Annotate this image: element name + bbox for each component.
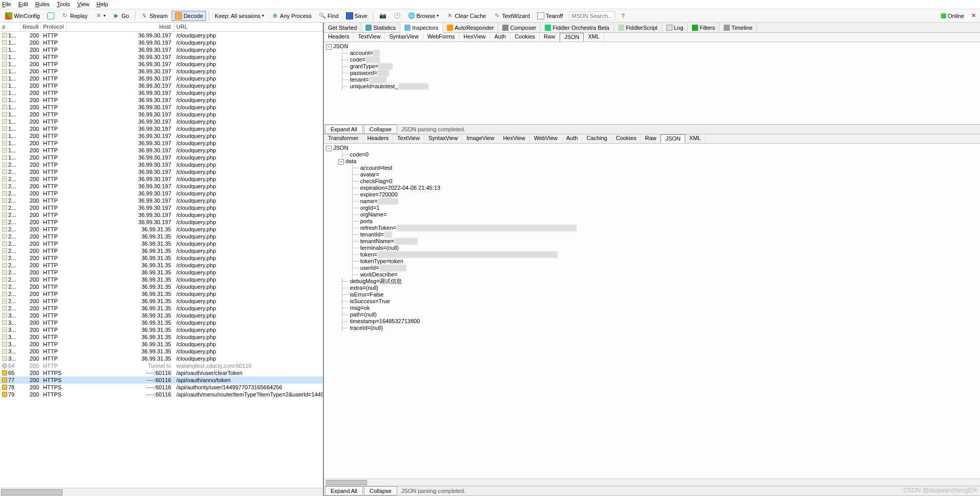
session-row[interactable]: 2...200HTTP36.99.31.35/cloudquery.php <box>0 297 323 305</box>
reqtab-auth[interactable]: Auth <box>491 33 511 42</box>
session-row[interactable]: 2...200HTTP36.99.30.197/cloudquery.php <box>0 204 323 211</box>
browse-button[interactable]: 🌐Browse▾ <box>405 11 442 21</box>
tab-inspectors[interactable]: Inspectors <box>400 23 443 33</box>
session-row[interactable]: 79200HTTPS·····:60116/api/oauth/menu/rou… <box>0 391 323 398</box>
menu-file[interactable]: File <box>2 1 11 8</box>
session-row[interactable]: 64200HTTPTunnel towaiqingtest.cdqckj.com… <box>0 362 323 369</box>
expand-all-button-2[interactable]: Expand All <box>325 486 363 495</box>
reqtab-headers[interactable]: Headers <box>324 33 354 42</box>
session-row[interactable]: 1...200HTTP36.99.30.197/cloudquery.php <box>0 61 323 68</box>
session-row[interactable]: 2...200HTTP36.99.31.35/cloudquery.php <box>0 254 323 262</box>
session-row[interactable]: 2...200HTTP36.99.30.197/cloudquery.php <box>0 175 323 183</box>
go-button[interactable]: ▶Go <box>110 11 132 21</box>
session-row[interactable]: 2...200HTTP36.99.31.35/cloudquery.php <box>0 283 323 290</box>
session-row[interactable]: 2...200HTTP36.99.30.197/cloudquery.php <box>0 197 323 204</box>
session-row[interactable]: 1...200HTTP36.99.30.197/cloudquery.php <box>0 118 323 125</box>
session-row[interactable]: 1...200HTTP36.99.30.197/cloudquery.php <box>0 147 323 154</box>
session-row[interactable]: 1...200HTTP36.99.30.197/cloudquery.php <box>0 132 323 140</box>
session-row[interactable]: 3...200HTTP36.99.31.35/cloudquery.php <box>0 341 323 348</box>
resptab-syntaxview[interactable]: SyntaxView <box>424 134 462 143</box>
tab-filters[interactable]: Filters <box>688 23 720 32</box>
session-row[interactable]: 77200HTTPS·····:60116/api/oauth/anno/tok… <box>0 376 323 384</box>
session-row[interactable]: 65200HTTPS·····:60116/api/oauth/user/cle… <box>0 369 323 376</box>
anyprocess-button[interactable]: ⊕Any Process <box>268 11 315 21</box>
menu-view[interactable]: View <box>77 1 90 8</box>
session-row[interactable]: 1...200HTTP36.99.30.197/cloudquery.php <box>0 125 323 132</box>
save-button[interactable]: Save <box>343 11 371 21</box>
reqtab-raw[interactable]: Raw <box>540 33 560 42</box>
reqtab-textview[interactable]: TextView <box>354 33 385 42</box>
session-row[interactable]: 1...200HTTP36.99.30.197/cloudquery.php <box>0 68 323 75</box>
session-row[interactable]: 2...200HTTP36.99.31.35/cloudquery.php <box>0 240 323 247</box>
help-button[interactable]: ? <box>616 11 629 21</box>
response-hscroll[interactable] <box>324 479 980 486</box>
col-protocol[interactable]: Protocol <box>41 23 67 31</box>
session-row[interactable]: 2...200HTTP36.99.30.197/cloudquery.php <box>0 161 323 168</box>
clearcache-button[interactable]: ✕Clear Cache <box>443 11 489 21</box>
tab-log[interactable]: Log <box>662 23 688 32</box>
session-row[interactable]: 1...200HTTP36.99.30.197/cloudquery.php <box>0 53 323 61</box>
msdn-search-input[interactable] <box>569 11 615 21</box>
remove-button[interactable]: ✕▾ <box>92 11 109 21</box>
resptab-transformer[interactable]: Transformer <box>324 134 363 143</box>
session-row[interactable]: 2...200HTTP36.99.30.197/cloudquery.php <box>0 168 323 175</box>
session-row[interactable]: 2...200HTTP36.99.30.197/cloudquery.php <box>0 219 323 226</box>
resptab-xml[interactable]: XML <box>685 134 706 143</box>
session-row[interactable]: 1...200HTTP36.99.30.197/cloudquery.php <box>0 82 323 89</box>
online-indicator[interactable]: Online <box>938 11 967 21</box>
session-row[interactable]: 2...200HTTP36.99.31.35/cloudquery.php <box>0 276 323 283</box>
tab-composer[interactable]: Composer <box>498 23 541 32</box>
session-row[interactable]: 2...200HTTP36.99.31.35/cloudquery.php <box>0 290 323 297</box>
session-row[interactable]: 78200HTTPS·····:60116/api/authority/user… <box>0 384 323 391</box>
session-row[interactable]: 1...200HTTP36.99.30.197/cloudquery.php <box>0 154 323 161</box>
close-button[interactable]: ✕ <box>969 12 978 19</box>
resptab-caching[interactable]: Caching <box>582 134 611 143</box>
comment-button[interactable] <box>44 11 57 21</box>
col-url[interactable]: URL <box>174 23 323 31</box>
sessions-hscroll[interactable] <box>0 488 323 496</box>
resptab-cookies[interactable]: Cookies <box>612 134 641 143</box>
session-row[interactable]: 2...200HTTP36.99.31.35/cloudquery.php <box>0 262 323 269</box>
resptab-json[interactable]: JSON <box>661 134 685 143</box>
reqtab-hexview[interactable]: HexView <box>459 33 490 42</box>
collapse-button-2[interactable]: Collapse <box>364 486 397 495</box>
response-json-pane[interactable]: −JSON├─ code=0−data├─ account=test├─ ava… <box>324 144 980 479</box>
session-row[interactable]: 1...200HTTP36.99.30.197/cloudquery.php <box>0 104 323 111</box>
session-row[interactable]: 1...200HTTP36.99.30.197/cloudquery.php <box>0 140 323 147</box>
col-num[interactable]: # <box>0 23 21 31</box>
session-row[interactable]: 1...200HTTP36.99.30.197/cloudquery.php <box>0 39 323 46</box>
session-row[interactable]: 2...200HTTP36.99.31.35/cloudquery.php <box>0 247 323 254</box>
sessions-list[interactable]: 1...200HTTP36.99.30.197/cloudquery.php1.… <box>0 32 323 488</box>
session-row[interactable]: 2...200HTTP36.99.31.35/cloudquery.php <box>0 226 323 233</box>
resptab-auth[interactable]: Auth <box>562 134 583 143</box>
col-result[interactable]: Result <box>21 23 41 31</box>
session-row[interactable]: 2...200HTTP36.99.31.35/cloudquery.php <box>0 233 323 240</box>
collapse-button[interactable]: Collapse <box>364 125 397 134</box>
session-row[interactable]: 2...200HTTP36.99.30.197/cloudquery.php <box>0 190 323 197</box>
session-row[interactable]: 3...200HTTP36.99.31.35/cloudquery.php <box>0 348 323 355</box>
find-button[interactable]: 🔍Find <box>316 11 341 21</box>
tearoff-button[interactable]: Tearoff <box>534 11 566 21</box>
session-row[interactable]: 1...200HTTP36.99.30.197/cloudquery.php <box>0 111 323 118</box>
session-row[interactable]: 1...200HTTP36.99.30.197/cloudquery.php <box>0 75 323 82</box>
tab-fiddlerscript[interactable]: FiddlerScript <box>614 23 662 32</box>
menu-rules[interactable]: Rules <box>35 1 50 8</box>
col-host[interactable]: Host <box>67 23 174 31</box>
reqtab-cookies[interactable]: Cookies <box>511 33 540 42</box>
session-row[interactable]: 2...200HTTP36.99.30.197/cloudquery.php <box>0 211 323 219</box>
menu-edit[interactable]: Edit <box>18 1 28 8</box>
resptab-hexview[interactable]: HexView <box>499 134 529 143</box>
session-row[interactable]: 1...200HTTP36.99.30.197/cloudquery.php <box>0 46 323 53</box>
session-row[interactable]: 3...200HTTP36.99.31.35/cloudquery.php <box>0 319 323 326</box>
winconfig-button[interactable]: WinConfig <box>2 11 43 21</box>
screenshot-button[interactable]: 📷 <box>376 11 390 21</box>
session-row[interactable]: 1...200HTTP36.99.30.197/cloudquery.php <box>0 89 323 96</box>
session-row[interactable]: 1...200HTTP36.99.30.197/cloudquery.php <box>0 32 323 39</box>
request-json-pane[interactable]: −JSON├─ account=···├─ code=········├─ gr… <box>324 42 980 124</box>
reqtab-json[interactable]: JSON <box>560 33 584 42</box>
reqtab-xml[interactable]: XML <box>584 33 604 42</box>
resptab-webview[interactable]: WebView <box>530 134 562 143</box>
textwizard-button[interactable]: ✎TextWizard <box>490 11 533 21</box>
session-row[interactable]: 3...200HTTP36.99.31.35/cloudquery.php <box>0 333 323 341</box>
tab-autoresponder[interactable]: AutoResponder <box>443 23 498 32</box>
